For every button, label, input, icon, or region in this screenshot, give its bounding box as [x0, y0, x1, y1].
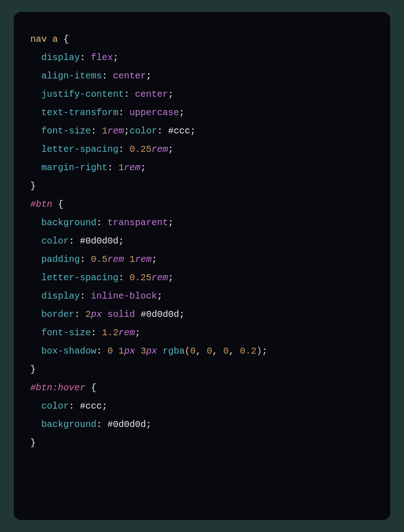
css-code-block: nav a { display: flex; align-items: cent…	[30, 30, 374, 452]
selector-btn: #btn	[30, 382, 52, 393]
prop-background: background	[41, 217, 96, 228]
prop-display: display	[41, 291, 80, 301]
prop-display: display	[41, 52, 80, 63]
val-uppercase: uppercase	[129, 107, 179, 118]
prop-text-transform: text-transform	[41, 107, 118, 118]
prop-align-items: align-items	[41, 71, 102, 81]
prop-border: border	[41, 309, 74, 320]
val-center: center	[135, 89, 168, 100]
prop-color: color	[41, 236, 69, 246]
val-solid: solid	[107, 309, 135, 320]
brace-close: }	[30, 181, 36, 191]
brace-open: {	[58, 199, 63, 210]
prop-letter-spacing: letter-spacing	[41, 272, 118, 283]
prop-color: color	[41, 401, 69, 411]
brace-close: }	[30, 438, 36, 448]
val-flex: flex	[91, 52, 113, 63]
prop-margin-right: margin-right	[41, 162, 107, 173]
brace-open: {	[63, 34, 69, 44]
fn-rgba: rgba	[163, 346, 185, 356]
selector-a: a	[52, 34, 58, 44]
selector-nav: nav	[30, 34, 47, 44]
selector-btn: #btn	[30, 199, 52, 210]
val-ccc: #ccc	[168, 126, 190, 136]
prop-letter-spacing: letter-spacing	[41, 144, 118, 155]
prop-box-shadow: box-shadow	[41, 346, 96, 356]
pseudo-hover: :hover	[52, 382, 85, 393]
prop-color: color	[129, 126, 157, 136]
val-0d0d0d: #0d0d0d	[80, 236, 118, 246]
brace-open: {	[91, 382, 96, 393]
prop-justify-content: justify-content	[41, 89, 124, 100]
space	[47, 34, 52, 44]
prop-background: background	[41, 419, 96, 430]
code-panel: nav a { display: flex; align-items: cent…	[14, 12, 390, 520]
val-transparent: transparent	[107, 217, 168, 228]
val-center: center	[113, 71, 146, 81]
prop-font-size: font-size	[41, 126, 91, 136]
prop-padding: padding	[41, 254, 80, 265]
prop-font-size: font-size	[41, 327, 91, 338]
val-inline-block: inline-block	[91, 291, 157, 301]
brace-close: }	[30, 364, 36, 375]
space	[58, 34, 63, 44]
